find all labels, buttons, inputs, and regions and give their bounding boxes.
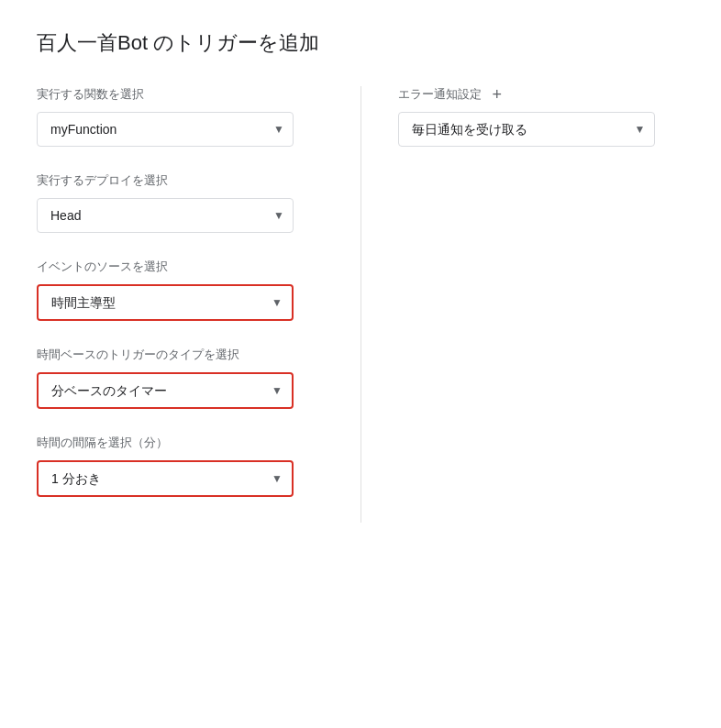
trigger-type-select-wrapper: 分ベースのタイマー ▼: [37, 372, 294, 409]
interval-label: 時間の間隔を選択（分）: [37, 435, 324, 451]
page-title: 百人一首Bot のトリガーを追加: [37, 29, 684, 57]
event-source-select-wrapper: 時間主導型 ▼: [37, 284, 294, 321]
function-label: 実行する関数を選択: [37, 86, 324, 103]
deploy-select-wrapper: Head ▼: [37, 198, 294, 233]
notification-select[interactable]: 毎日通知を受け取る: [398, 112, 655, 147]
add-notification-button[interactable]: +: [489, 86, 506, 103]
event-source-field-group: イベントのソースを選択 時間主導型 ▼: [37, 259, 324, 321]
interval-select[interactable]: 1 分おき: [39, 462, 292, 495]
event-source-select[interactable]: 時間主導型: [39, 286, 292, 319]
trigger-type-field-group: 時間ベースのトリガーのタイプを選択 分ベースのタイマー ▼: [37, 347, 324, 409]
function-field-group: 実行する関数を選択 myFunction ▼: [37, 86, 324, 147]
event-source-label: イベントのソースを選択: [37, 259, 324, 275]
deploy-field-group: 実行するデプロイを選択 Head ▼: [37, 172, 324, 233]
interval-select-wrapper: 1 分おき ▼: [37, 460, 294, 497]
main-layout: 実行する関数を選択 myFunction ▼ 実行するデプロイを選択 Head …: [37, 86, 684, 523]
error-notification-label: エラー通知設定: [398, 86, 482, 103]
trigger-type-label: 時間ベースのトリガーのタイプを選択: [37, 347, 324, 363]
error-notification-header: エラー通知設定 +: [398, 86, 685, 103]
function-select[interactable]: myFunction: [37, 112, 294, 147]
notification-select-wrapper: 毎日通知を受け取る ▼: [398, 112, 655, 147]
error-notification-field-group: エラー通知設定 + 毎日通知を受け取る ▼: [398, 86, 685, 147]
right-column: エラー通知設定 + 毎日通知を受け取る ▼: [361, 86, 685, 523]
interval-field-group: 時間の間隔を選択（分） 1 分おき ▼: [37, 435, 324, 497]
trigger-type-select[interactable]: 分ベースのタイマー: [39, 374, 292, 407]
deploy-label: 実行するデプロイを選択: [37, 172, 324, 189]
deploy-select[interactable]: Head: [37, 198, 294, 233]
function-select-wrapper: myFunction ▼: [37, 112, 294, 147]
left-column: 実行する関数を選択 myFunction ▼ 実行するデプロイを選択 Head …: [37, 86, 361, 523]
